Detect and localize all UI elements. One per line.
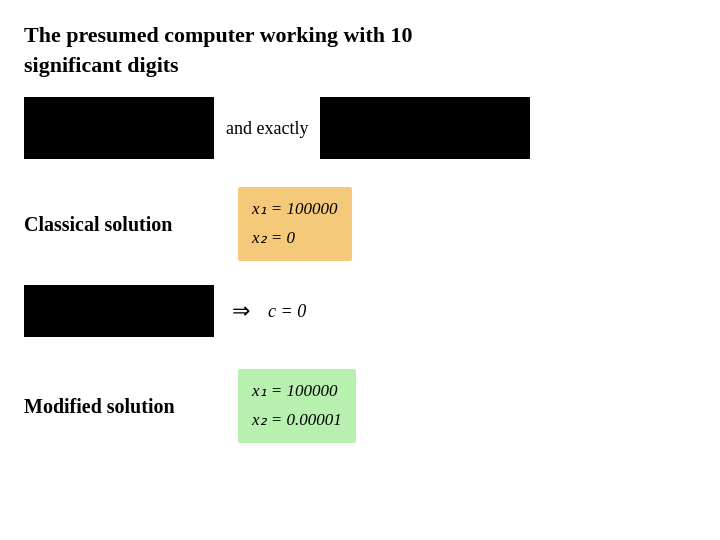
- modified-label: Modified solution: [24, 395, 214, 418]
- top-equation-row: and exactly: [24, 97, 696, 159]
- classical-label: Classical solution: [24, 213, 214, 236]
- classical-x2: x₂ = 0: [252, 224, 338, 253]
- classical-solution-box: x₁ = 100000 x₂ = 0: [238, 187, 352, 261]
- modified-solution-row: Modified solution x₁ = 100000 x₂ = 0.000…: [24, 369, 696, 443]
- implies-result-text: c = 0: [268, 301, 306, 321]
- implies-result: c = 0: [268, 301, 306, 322]
- black-box-right: [320, 97, 530, 159]
- and-exactly-label: and exactly: [226, 118, 308, 139]
- implies-arrow: ⇒: [232, 298, 250, 324]
- modified-solution-box: x₁ = 100000 x₂ = 0.00001: [238, 369, 356, 443]
- classical-x1: x₁ = 100000: [252, 195, 338, 224]
- black-box-implies: [24, 285, 214, 337]
- modified-x2: x₂ = 0.00001: [252, 406, 342, 435]
- title-line2: significant digits: [24, 52, 179, 77]
- implies-row: ⇒ c = 0: [24, 285, 696, 337]
- black-box-left: [24, 97, 214, 159]
- classical-solution-row: Classical solution x₁ = 100000 x₂ = 0: [24, 187, 696, 261]
- page-container: The presumed computer working with 10 si…: [0, 0, 720, 540]
- page-title: The presumed computer working with 10 si…: [24, 20, 696, 79]
- modified-x1: x₁ = 100000: [252, 377, 342, 406]
- title-line1: The presumed computer working with 10: [24, 22, 412, 47]
